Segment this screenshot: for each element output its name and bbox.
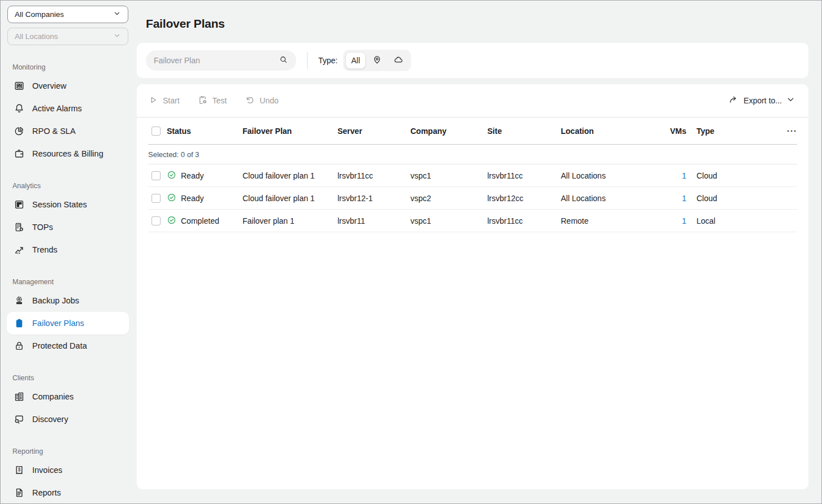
sidebar-item-label: Protected Data xyxy=(32,341,87,350)
sidebar-item-backup-jobs[interactable]: Backup Jobs xyxy=(7,289,129,312)
export-arrow-icon xyxy=(729,95,739,107)
cloud-icon xyxy=(393,55,404,67)
type-option-all-label: All xyxy=(351,56,360,65)
test-button-label: Test xyxy=(213,96,227,105)
section-label-analytics: Analytics xyxy=(12,182,130,190)
type-cell: Local xyxy=(686,216,777,225)
select-all-checkbox[interactable] xyxy=(152,127,161,136)
column-settings-menu[interactable]: ··· xyxy=(777,126,797,136)
status-cell: Completed xyxy=(167,215,243,227)
page-title: Failover Plans xyxy=(146,17,822,31)
section-label-clients: Clients xyxy=(12,374,130,382)
pie-chart-icon xyxy=(14,125,25,137)
type-cell: Cloud xyxy=(686,171,777,180)
server-cell: lrsvbr11 xyxy=(338,216,410,225)
column-header-type[interactable]: Type xyxy=(686,127,777,136)
location-pin-icon xyxy=(372,55,382,67)
column-header-company[interactable]: Company xyxy=(410,127,487,136)
status-text: Completed xyxy=(181,216,219,225)
sidebar-item-failover-plans[interactable]: Failover Plans xyxy=(7,312,129,334)
sidebar-item-rpo-sla[interactable]: RPO & SLA xyxy=(7,120,129,142)
company-cell: vspc1 xyxy=(410,216,487,225)
company-cell: vspc1 xyxy=(410,171,487,180)
sidebar-item-invoices[interactable]: $ Invoices xyxy=(7,459,129,481)
status-cell: Ready xyxy=(167,193,243,204)
sidebar-item-tops[interactable]: TOPs xyxy=(7,216,129,238)
sidebar-item-trends[interactable]: Trends xyxy=(7,238,129,261)
undo-button[interactable]: Undo xyxy=(245,95,278,107)
column-header-site[interactable]: Site xyxy=(487,127,561,136)
vms-count-link[interactable]: 1 xyxy=(682,194,686,203)
row-checkbox[interactable] xyxy=(152,194,161,203)
sidebar-item-label: Resources & Billing xyxy=(32,149,103,158)
plan-cell: Cloud failover plan 1 xyxy=(243,194,338,203)
chevron-down-icon xyxy=(113,32,121,41)
search-input[interactable] xyxy=(154,56,274,65)
sidebar-item-label: Active Alarms xyxy=(32,104,82,113)
column-header-status[interactable]: Status xyxy=(167,127,243,136)
trend-chart-icon xyxy=(14,244,25,255)
sidebar-item-companies[interactable]: Companies xyxy=(7,385,129,408)
type-option-all[interactable]: All xyxy=(345,52,366,69)
type-filter-label: Type: xyxy=(318,56,338,65)
location-cell: Remote xyxy=(561,216,663,225)
test-button[interactable]: Test xyxy=(198,95,227,107)
column-header-failover-plan[interactable]: Failover Plan xyxy=(243,127,338,136)
start-button[interactable]: Start xyxy=(148,95,180,107)
type-option-local[interactable] xyxy=(367,52,387,69)
plan-cell: Cloud failover plan 1 xyxy=(243,171,338,180)
vms-count-link[interactable]: 1 xyxy=(682,171,686,180)
server-cell: lrsvbr11cc xyxy=(338,171,410,180)
invoice-icon: $ xyxy=(14,464,25,476)
table-header-row: Status Failover Plan Server Company Site… xyxy=(148,118,797,145)
table-row[interactable]: Completed Failover plan 1 lrsvbr11 vspc1… xyxy=(148,210,797,232)
search-box xyxy=(146,50,296,71)
undo-icon xyxy=(245,95,255,107)
filter-panel: Type: All xyxy=(137,43,808,78)
sidebar-item-discovery[interactable]: Discovery xyxy=(7,408,129,431)
sidebar-item-label: Failover Plans xyxy=(32,319,84,328)
sidebar-item-label: Companies xyxy=(32,392,73,401)
location-filter-select[interactable]: All Locations xyxy=(7,28,128,45)
sidebar-item-session-states[interactable]: Session States xyxy=(7,193,129,216)
column-header-server[interactable]: Server xyxy=(338,127,410,136)
gear-tray-icon xyxy=(14,295,25,306)
row-checkbox[interactable] xyxy=(152,171,161,180)
sidebar-item-label: RPO & SLA xyxy=(32,127,76,136)
column-header-location[interactable]: Location xyxy=(561,127,663,136)
sidebar-item-label: TOPs xyxy=(32,223,53,232)
filter-divider xyxy=(307,52,308,69)
vms-count-link[interactable]: 1 xyxy=(682,216,686,225)
sidebar: All Companies All Locations Monitoring O… xyxy=(0,0,136,504)
server-cell: lrsvbr12-1 xyxy=(338,194,410,203)
search-icon[interactable] xyxy=(279,55,288,67)
company-filter-value: All Companies xyxy=(15,10,113,19)
export-button-label: Export to... xyxy=(743,96,782,105)
type-option-cloud[interactable] xyxy=(388,52,409,69)
section-label-monitoring: Monitoring xyxy=(12,63,130,71)
sidebar-item-protected-data[interactable]: Protected Data xyxy=(7,334,129,357)
sidebar-item-resources-billing[interactable]: Resources & Billing xyxy=(7,142,129,165)
company-filter-select[interactable]: All Companies xyxy=(7,6,128,23)
location-cell: All Locations xyxy=(561,171,663,180)
sidebar-item-overview[interactable]: Overview xyxy=(7,75,129,97)
export-button[interactable]: Export to... xyxy=(729,95,795,107)
status-cell: Ready xyxy=(167,170,243,181)
table-row[interactable]: Ready Cloud failover plan 1 lrsvbr11cc v… xyxy=(148,164,797,187)
row-checkbox[interactable] xyxy=(152,216,161,225)
sidebar-item-label: Overview xyxy=(32,81,66,90)
sidebar-item-reports[interactable]: Reports xyxy=(7,481,129,504)
type-segmented-control: All xyxy=(343,50,411,71)
play-icon xyxy=(148,95,158,107)
table-row[interactable]: Ready Cloud failover plan 1 lrsvbr12-1 v… xyxy=(148,187,797,210)
company-cell: vspc2 xyxy=(410,194,487,203)
svg-text:$: $ xyxy=(18,467,21,472)
status-text: Ready xyxy=(181,171,204,180)
sidebar-item-label: Trends xyxy=(32,245,58,254)
site-cell: lrsvbr11cc xyxy=(487,216,561,225)
column-header-vms[interactable]: VMs xyxy=(663,127,686,136)
status-text: Ready xyxy=(181,194,204,203)
sidebar-item-active-alarms[interactable]: Active Alarms xyxy=(7,97,129,120)
section-label-reporting: Reporting xyxy=(12,447,130,455)
location-filter-value: All Locations xyxy=(15,32,113,41)
